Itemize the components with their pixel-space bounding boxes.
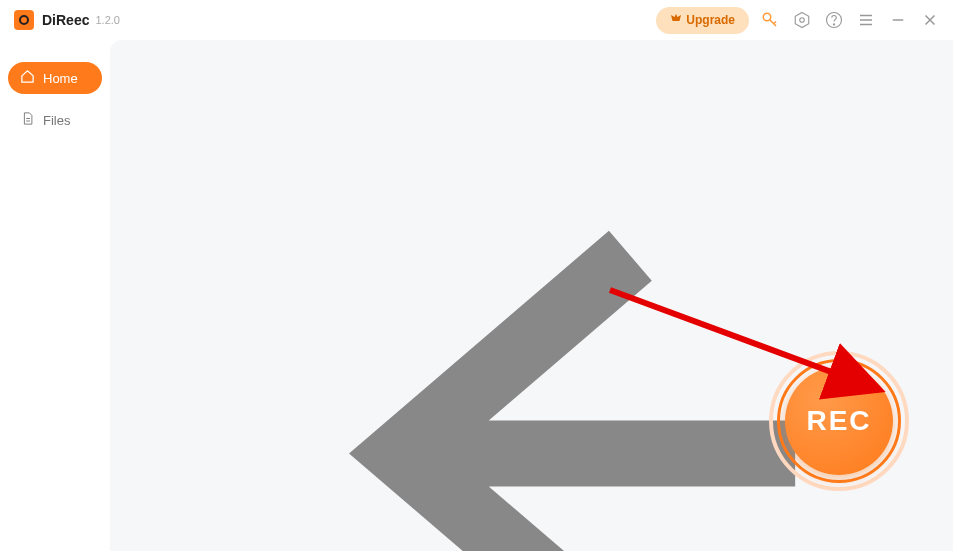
- app-name: DiReec: [42, 12, 89, 28]
- svg-point-0: [763, 13, 771, 21]
- home-icon: [20, 69, 35, 87]
- app-version: 1.2.0: [95, 14, 119, 26]
- minimize-icon[interactable]: [889, 11, 907, 29]
- rec-button[interactable]: REC: [785, 367, 893, 475]
- sidebar-item-label: Files: [43, 113, 70, 128]
- close-icon[interactable]: [921, 11, 939, 29]
- files-icon: [20, 111, 35, 129]
- menu-icon[interactable]: [857, 11, 875, 29]
- help-icon[interactable]: [825, 11, 843, 29]
- upgrade-button[interactable]: Upgrade: [656, 7, 749, 34]
- key-icon[interactable]: [761, 11, 779, 29]
- settings-hex-icon[interactable]: [793, 11, 811, 29]
- sidebar-item-home[interactable]: Home: [8, 62, 102, 94]
- sidebar-item-label: Home: [43, 71, 78, 86]
- svg-marker-1: [795, 13, 809, 28]
- main-panel: Screen Size Full Custom 1920 1080: [110, 40, 953, 551]
- svg-point-4: [833, 24, 834, 25]
- crown-icon: [670, 13, 682, 28]
- sidebar-item-files[interactable]: Files: [8, 104, 102, 136]
- upgrade-label: Upgrade: [686, 13, 735, 27]
- rec-button-wrap: REC: [769, 351, 909, 491]
- svg-point-2: [800, 18, 805, 23]
- sidebar: Home Files: [0, 40, 110, 551]
- app-logo: [14, 10, 34, 30]
- titlebar: DiReec 1.2.0 Upgrade: [0, 0, 953, 40]
